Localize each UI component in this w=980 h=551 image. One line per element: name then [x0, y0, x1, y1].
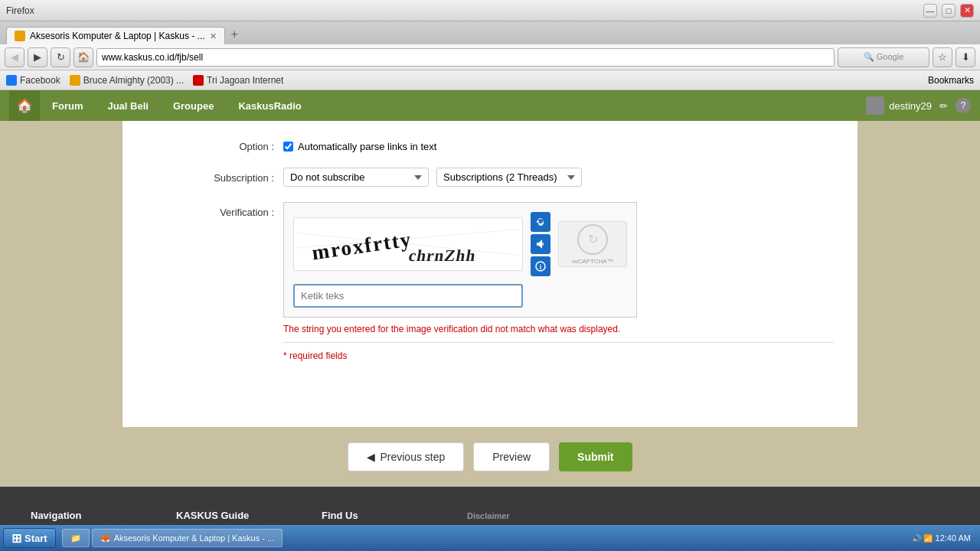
footer-findus-heading: Find Us	[322, 510, 436, 521]
verification-content: mroxfrtty chrnZhh	[283, 202, 835, 361]
subscription-selects: Do not subscribe Subscriptions (2 Thread…	[283, 168, 835, 187]
content-area: Option : Automatically parse links in te…	[122, 121, 858, 427]
bookmark-facebook[interactable]: Facebook	[6, 75, 60, 86]
verification-row: Verification : m	[145, 202, 835, 361]
taskbar-firefox-button[interactable]: 🦊 Aksesoris Komputer & Laptop | Kaskus -…	[92, 529, 283, 547]
subscription-dropdown1[interactable]: Do not subscribe	[283, 168, 429, 187]
nav-groupee[interactable]: Groupee	[161, 90, 226, 121]
subscription-label: Subscription :	[145, 168, 283, 184]
browser-window: Firefox — □ ✕ Aksesoris Komputer & Lapto…	[0, 0, 980, 551]
tab-bar: Aksesoris Komputer & Laptop | Kaskus - .…	[0, 21, 980, 44]
subscription-row: Subscription : Do not subscribe Subscrip…	[145, 168, 835, 187]
form-nav-buttons: ◀ Previous step Preview Submit	[0, 427, 980, 487]
verification-label: Verification :	[145, 202, 283, 218]
tri-favicon	[193, 75, 204, 86]
home-nav-button[interactable]: 🏠	[74, 47, 93, 67]
subscription-dropdown2[interactable]: Subscriptions (2 Threads)	[436, 168, 582, 187]
bookmark-tri-label: Tri Jagoan Internet	[207, 75, 283, 86]
home-icon[interactable]: 🏠	[9, 90, 40, 121]
facebook-favicon	[6, 75, 17, 86]
page-wrapper: Option : Automatically parse links in te…	[0, 121, 980, 487]
bruce-favicon	[70, 75, 80, 86]
nav-jualbeli[interactable]: Jual Beli	[95, 90, 160, 121]
tab-favicon	[15, 31, 25, 41]
footer-disclaimer-heading: Disclaimer	[467, 510, 949, 523]
bookmarks-label: Bookmarks	[928, 75, 974, 86]
address-bar[interactable]	[96, 48, 835, 67]
svg-text:i: i	[540, 263, 542, 271]
tray-icons: 🔊 📶	[912, 534, 933, 543]
help-icon[interactable]: ?	[956, 98, 971, 113]
browser-title: Firefox	[6, 5, 34, 16]
taskbar-window-title: Aksesoris Komputer & Laptop | Kaskus - .…	[114, 533, 275, 543]
footer-nav-heading: Navigation	[31, 510, 145, 521]
forward-button[interactable]: ▶	[28, 47, 47, 67]
previous-step-button[interactable]: ◀ Previous step	[348, 442, 464, 471]
option-row: Option : Automatically parse links in te…	[145, 136, 835, 152]
taskbar-folder-button[interactable]: 📁	[62, 529, 90, 547]
prev-icon: ◀	[367, 451, 375, 463]
folder-icon: 📁	[70, 533, 81, 543]
taskbar-tray: 🔊 📶 12:40 AM	[906, 533, 977, 543]
option-checkbox-label[interactable]: Automatically parse links in text	[283, 141, 835, 152]
main-nav: 🏠 Forum Jual Beli Groupee KaskusRadio de…	[0, 90, 980, 121]
captcha-audio-button[interactable]	[531, 234, 550, 254]
footer-guide-heading: KASKUS Guide	[176, 510, 291, 521]
new-tab-button[interactable]: +	[225, 24, 244, 44]
captcha-row: mroxfrtty chrnZhh	[293, 212, 627, 276]
captcha-info-button[interactable]: i	[531, 256, 550, 276]
recaptcha-circle: ↻	[577, 224, 608, 255]
nav-right: destiny29 ✏ ?	[866, 96, 971, 115]
captcha-refresh-button[interactable]	[531, 212, 550, 232]
maximize-button[interactable]: □	[942, 4, 956, 18]
bookmark-bruce[interactable]: Bruce Almighty (2003) ...	[70, 75, 184, 86]
preview-button[interactable]: Preview	[473, 442, 550, 471]
tab-close-button[interactable]: ✕	[210, 31, 217, 41]
firefox-icon: 🦊	[100, 533, 111, 543]
user-info: destiny29	[866, 96, 932, 115]
previous-step-label: Previous step	[380, 451, 445, 463]
nav-bar: ◀ ▶ ↻ 🏠 🔍 Google ☆ ⬇	[0, 44, 980, 70]
required-star: *	[283, 350, 287, 361]
google-search-icon: 🔍 Google	[838, 47, 929, 67]
bookmark-tri[interactable]: Tri Jagoan Internet	[193, 75, 283, 86]
captcha-error-message: The string you entered for the image ver…	[283, 324, 835, 334]
back-button[interactable]: ◀	[5, 47, 24, 67]
username-label: destiny29	[889, 100, 932, 112]
captcha-input[interactable]	[293, 284, 523, 308]
bookmark-star-button[interactable]: ☆	[933, 47, 952, 67]
submit-button[interactable]: Submit	[559, 442, 632, 471]
minimize-button[interactable]: —	[923, 4, 937, 18]
nav-kaskusradio[interactable]: KaskusRadio	[226, 90, 313, 121]
captcha-box: mroxfrtty chrnZhh	[283, 202, 637, 318]
windows-logo-icon: ⊞	[11, 531, 21, 546]
taskbar-items: 📁 🦊 Aksesoris Komputer & Laptop | Kaskus…	[56, 529, 906, 547]
bookmarks-bar: Facebook Bruce Almighty (2003) ... Tri J…	[0, 70, 980, 90]
option-content: Automatically parse links in text	[283, 136, 835, 152]
user-avatar	[866, 96, 884, 115]
reload-button[interactable]: ↻	[51, 47, 70, 67]
close-button[interactable]: ✕	[960, 4, 974, 18]
edit-icon[interactable]: ✏	[939, 100, 948, 112]
tab-title: Aksesoris Komputer & Laptop | Kaskus - .…	[30, 31, 205, 41]
start-button[interactable]: ⊞ Start	[3, 528, 56, 548]
active-tab[interactable]: Aksesoris Komputer & Laptop | Kaskus - .…	[6, 27, 225, 44]
required-fields-note: * required fields	[283, 350, 835, 361]
captcha-controls: i	[531, 212, 550, 276]
system-clock: 12:40 AM	[936, 533, 971, 543]
parse-links-checkbox[interactable]	[283, 142, 293, 152]
recaptcha-logo: ↻ reCAPTCHA™	[558, 221, 627, 267]
recaptcha-text: reCAPTCHA™	[572, 258, 612, 265]
parse-links-text: Automatically parse links in text	[298, 141, 436, 152]
subscription-content: Do not subscribe Subscriptions (2 Thread…	[283, 168, 835, 187]
form-separator	[283, 342, 835, 343]
option-label: Option :	[145, 136, 283, 152]
nav-forum[interactable]: Forum	[40, 90, 95, 121]
start-label: Start	[24, 533, 47, 544]
download-button[interactable]: ⬇	[956, 47, 975, 67]
bookmark-bruce-label: Bruce Almighty (2003) ...	[83, 75, 184, 86]
clock-time: 12:40 AM	[936, 533, 971, 543]
svg-text:chrnZhh: chrnZhh	[407, 246, 478, 265]
browser-titlebar: Firefox — □ ✕	[0, 0, 980, 21]
bookmark-facebook-label: Facebook	[20, 75, 60, 86]
